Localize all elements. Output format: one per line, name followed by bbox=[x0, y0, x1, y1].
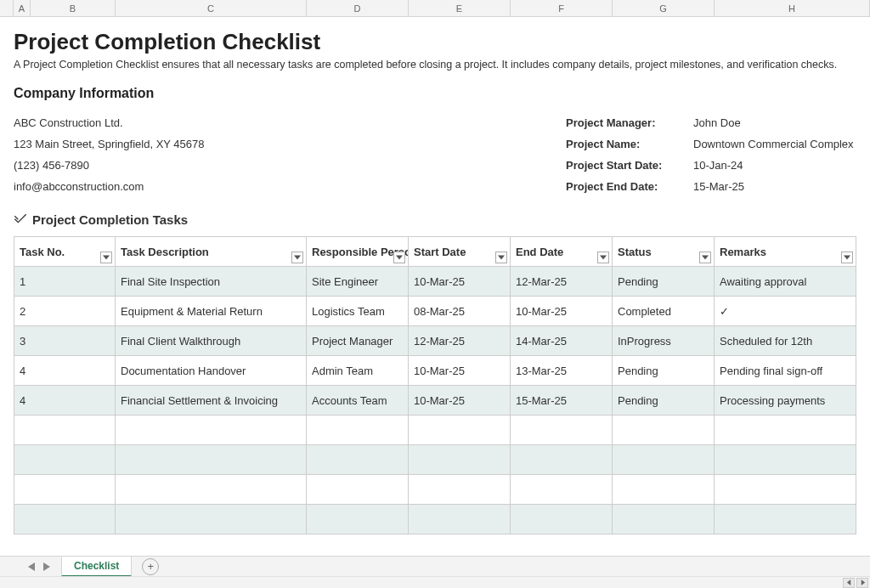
cell-desc[interactable]: Financial Settlement & Invoicing bbox=[116, 386, 307, 416]
cell-status[interactable] bbox=[613, 475, 715, 505]
table-row[interactable]: 2Equipment & Material ReturnLogistics Te… bbox=[14, 297, 856, 326]
table-row[interactable]: 3Final Client WalkthroughProject Manager… bbox=[14, 326, 856, 356]
cell-status[interactable]: Completed bbox=[613, 297, 715, 326]
cell-status[interactable]: Pending bbox=[613, 386, 715, 416]
col-header-D[interactable]: D bbox=[307, 0, 409, 16]
cell-status[interactable] bbox=[613, 445, 715, 475]
th-resp[interactable]: Responsible Person bbox=[307, 237, 409, 267]
cell-start[interactable]: 10-Mar-25 bbox=[409, 386, 511, 416]
cell-desc[interactable]: Documentation Handover bbox=[116, 356, 307, 386]
filter-dropdown-icon[interactable] bbox=[841, 252, 853, 263]
cell-resp[interactable]: Site Engineer bbox=[307, 267, 409, 297]
col-header-C[interactable]: C bbox=[116, 0, 307, 16]
filter-dropdown-icon[interactable] bbox=[699, 252, 711, 263]
filter-dropdown-icon[interactable] bbox=[495, 252, 507, 263]
cell-no[interactable] bbox=[14, 416, 116, 445]
filter-dropdown-icon[interactable] bbox=[100, 252, 112, 263]
cell-end[interactable]: 10-Mar-25 bbox=[511, 297, 613, 326]
filter-dropdown-icon[interactable] bbox=[291, 252, 303, 263]
cell-status[interactable] bbox=[613, 505, 715, 534]
cell-start[interactable] bbox=[409, 505, 511, 534]
th-remarks[interactable]: Remarks bbox=[715, 237, 856, 267]
cell-remarks[interactable] bbox=[715, 445, 856, 475]
cell-end[interactable] bbox=[511, 505, 613, 534]
table-row[interactable] bbox=[14, 416, 856, 445]
filter-dropdown-icon[interactable] bbox=[393, 252, 405, 263]
filter-dropdown-icon[interactable] bbox=[597, 252, 609, 263]
cell-end[interactable] bbox=[511, 445, 613, 475]
col-header-G[interactable]: G bbox=[613, 0, 715, 16]
cell-remarks[interactable]: ✓ bbox=[715, 297, 856, 326]
prev-sheet-button[interactable] bbox=[25, 561, 37, 573]
cell-start[interactable]: 12-Mar-25 bbox=[409, 326, 511, 356]
cell-remarks[interactable] bbox=[715, 505, 856, 534]
cell-desc[interactable] bbox=[116, 416, 307, 445]
cell-end[interactable] bbox=[511, 475, 613, 505]
th-task-desc[interactable]: Task Description bbox=[116, 237, 307, 267]
cell-end[interactable]: 15-Mar-25 bbox=[511, 386, 613, 416]
cell-resp[interactable] bbox=[307, 505, 409, 534]
cell-desc[interactable]: Final Client Walkthrough bbox=[116, 326, 307, 356]
col-header-B[interactable]: B bbox=[31, 0, 116, 16]
cell-no[interactable] bbox=[14, 475, 116, 505]
cell-no[interactable]: 4 bbox=[14, 386, 116, 416]
table-row[interactable]: 4Financial Settlement & InvoicingAccount… bbox=[14, 386, 856, 416]
scroll-right-button[interactable] bbox=[856, 578, 868, 588]
cell-start[interactable] bbox=[409, 445, 511, 475]
cell-resp[interactable] bbox=[307, 416, 409, 445]
cell-resp[interactable] bbox=[307, 475, 409, 505]
cell-status[interactable] bbox=[613, 416, 715, 445]
cell-end[interactable] bbox=[511, 416, 613, 445]
cell-status[interactable]: Pending bbox=[613, 267, 715, 297]
cell-resp[interactable]: Accounts Team bbox=[307, 386, 409, 416]
th-task-no[interactable]: Task No. bbox=[14, 237, 116, 267]
col-header-F[interactable]: F bbox=[511, 0, 613, 16]
cell-end[interactable]: 13-Mar-25 bbox=[511, 356, 613, 386]
cell-resp[interactable]: Project Manager bbox=[307, 326, 409, 356]
cell-start[interactable]: 10-Mar-25 bbox=[409, 267, 511, 297]
cell-remarks[interactable] bbox=[715, 475, 856, 505]
cell-desc[interactable] bbox=[116, 445, 307, 475]
cell-remarks[interactable]: Pending final sign-off bbox=[715, 356, 856, 386]
cell-status[interactable]: Pending bbox=[613, 356, 715, 386]
th-start[interactable]: Start Date bbox=[409, 237, 511, 267]
add-sheet-button[interactable]: + bbox=[142, 558, 159, 575]
table-row[interactable] bbox=[14, 505, 856, 534]
cell-start[interactable]: 08-Mar-25 bbox=[409, 297, 511, 326]
th-status[interactable]: Status bbox=[613, 237, 715, 267]
cell-status[interactable]: InProgress bbox=[613, 326, 715, 356]
col-header-A[interactable]: A bbox=[14, 0, 31, 16]
cell-desc[interactable]: Equipment & Material Return bbox=[116, 297, 307, 326]
sheet-tab-checklist[interactable]: Checklist bbox=[61, 557, 132, 577]
cell-resp[interactable]: Admin Team bbox=[307, 356, 409, 386]
cell-start[interactable] bbox=[409, 416, 511, 445]
cell-remarks[interactable]: Scheduled for 12th bbox=[715, 326, 856, 356]
cell-start[interactable] bbox=[409, 475, 511, 505]
table-row[interactable]: 1Final Site InspectionSite Engineer10-Ma… bbox=[14, 267, 856, 297]
col-header-E[interactable]: E bbox=[409, 0, 511, 16]
cell-no[interactable] bbox=[14, 445, 116, 475]
cell-no[interactable]: 4 bbox=[14, 356, 116, 386]
cell-no[interactable]: 3 bbox=[14, 326, 116, 356]
horizontal-scrollbar[interactable] bbox=[0, 576, 870, 588]
next-sheet-button[interactable] bbox=[41, 561, 53, 573]
table-row[interactable] bbox=[14, 475, 856, 505]
cell-no[interactable]: 2 bbox=[14, 297, 116, 326]
cell-no[interactable] bbox=[14, 505, 116, 534]
table-row[interactable]: 4Documentation HandoverAdmin Team10-Mar-… bbox=[14, 356, 856, 386]
cell-resp[interactable]: Logistics Team bbox=[307, 297, 409, 326]
cell-remarks[interactable] bbox=[715, 416, 856, 445]
th-end[interactable]: End Date bbox=[511, 237, 613, 267]
cell-resp[interactable] bbox=[307, 445, 409, 475]
cell-end[interactable]: 12-Mar-25 bbox=[511, 267, 613, 297]
scroll-left-button[interactable] bbox=[843, 578, 855, 588]
cell-end[interactable]: 14-Mar-25 bbox=[511, 326, 613, 356]
col-header-H[interactable]: H bbox=[715, 0, 870, 16]
cell-desc[interactable] bbox=[116, 475, 307, 505]
cell-no[interactable]: 1 bbox=[14, 267, 116, 297]
cell-start[interactable]: 10-Mar-25 bbox=[409, 356, 511, 386]
cell-desc[interactable]: Final Site Inspection bbox=[116, 267, 307, 297]
cell-desc[interactable] bbox=[116, 505, 307, 534]
table-row[interactable] bbox=[14, 445, 856, 475]
cell-remarks[interactable]: Awaiting approval bbox=[715, 267, 856, 297]
